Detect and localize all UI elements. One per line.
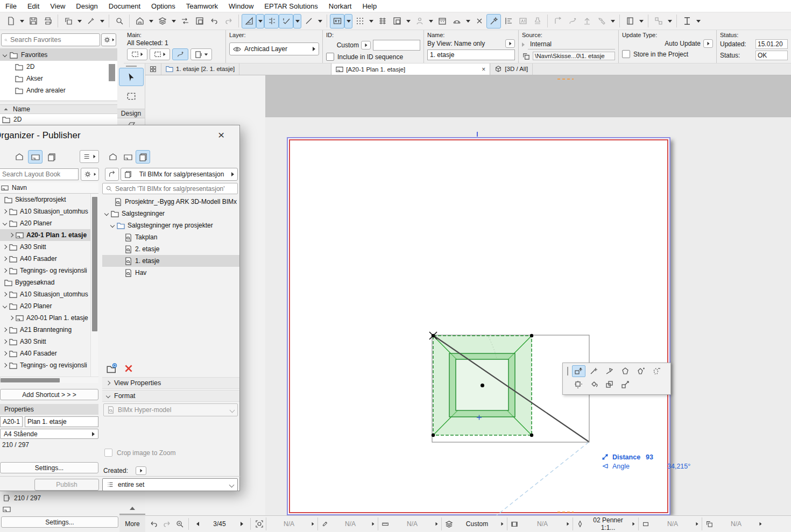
update-mode-caret[interactable]: [703, 39, 713, 48]
publish-set-combo[interactable]: Til BIMx for salg/presentasjon: [121, 168, 238, 181]
favorites-item-akser[interactable]: Akser: [0, 73, 117, 84]
id-custom-caret[interactable]: [361, 41, 371, 49]
quick-option-scale[interactable]: N/A: [266, 517, 317, 530]
find-select-icon[interactable]: [112, 14, 126, 29]
menu-view[interactable]: View: [45, 0, 70, 12]
quick-option-model-view[interactable]: N/A: [507, 517, 573, 530]
element-transfer-icon[interactable]: [178, 14, 192, 29]
split-icon[interactable]: [594, 14, 609, 29]
line-tool-caret[interactable]: [316, 14, 324, 29]
layout-id-input[interactable]: [0, 416, 23, 427]
organizer-menu-button[interactable]: [80, 150, 99, 163]
redo-icon[interactable]: [221, 14, 236, 29]
layout-book-search[interactable]: [0, 168, 79, 180]
rotate-icon[interactable]: [588, 379, 601, 391]
selection-mode-button[interactable]: [127, 48, 147, 60]
reshape-polygon-icon[interactable]: [619, 365, 632, 377]
publish-set-search[interactable]: [102, 183, 238, 194]
grid-snap-icon[interactable]: [352, 14, 367, 29]
elevate-icon[interactable]: [580, 14, 594, 29]
publish-item[interactable]: Hav: [102, 267, 239, 279]
pick-up-parameters-caret[interactable]: [98, 14, 106, 29]
fillet-chamfer-icon[interactable]: [550, 14, 565, 29]
tree-item[interactable]: A20-01 Plan 1. etasje: [0, 312, 90, 324]
publish-item[interactable]: Prosjektnr_-Bygg ARK 3D-Modell BIMx: [102, 196, 239, 208]
quick-option-dimension-style[interactable]: N/A: [638, 517, 702, 530]
tree-item[interactable]: A30 Snitt: [0, 336, 90, 347]
format-combo[interactable]: BIMx Hyper-model: [103, 403, 238, 416]
tree-item[interactable]: A40 Fasader: [0, 253, 90, 265]
add-shortcut-button[interactable]: Add Shortcut > > >: [0, 389, 98, 400]
publish-folder[interactable]: Salgstegninger: [102, 208, 239, 219]
forward-navigation-icon[interactable]: [160, 517, 173, 530]
align-elements-icon[interactable]: [501, 14, 515, 29]
paper-size-combo[interactable]: A4 Stående: [0, 429, 98, 439]
delete-icon[interactable]: [124, 364, 133, 375]
undo-icon[interactable]: [207, 14, 221, 29]
right-project-map-icon[interactable]: [105, 150, 120, 164]
snap-guides-icon[interactable]: [264, 14, 279, 29]
resize-icon[interactable]: [619, 379, 632, 391]
name-input[interactable]: [427, 49, 515, 60]
publish-item[interactable]: 2. etasje: [102, 243, 239, 255]
favorites-settings-button[interactable]: [101, 33, 116, 46]
grid-snap-caret[interactable]: [367, 14, 375, 29]
fit-in-window-icon[interactable]: [253, 517, 266, 530]
save-icon[interactable]: [26, 14, 40, 29]
layer-combo[interactable]: Archicad Layer: [229, 42, 319, 55]
tree-item[interactable]: Byggesøknad: [0, 276, 90, 288]
menu-norkart[interactable]: Norkart: [323, 0, 357, 12]
curve-edit-icon[interactable]: [565, 14, 580, 29]
publish-item-selected[interactable]: 1. etasje: [102, 255, 239, 267]
marquee-mode-button[interactable]: [150, 48, 170, 60]
quick-option-graphic-override[interactable]: N/A: [317, 517, 378, 530]
arrow-tool[interactable]: [119, 68, 144, 86]
complex-profiles-caret[interactable]: [694, 14, 702, 29]
profile-manager-caret[interactable]: [427, 14, 435, 29]
quick-option-renovation[interactable]: N/A: [378, 517, 441, 530]
quick-option-partial-structure[interactable]: N/A: [702, 517, 765, 530]
distort-icon[interactable]: [603, 365, 617, 377]
toolbox-design-section[interactable]: Design: [117, 109, 145, 118]
layout-book-search-input[interactable]: [2, 171, 76, 178]
id-input[interactable]: [373, 40, 420, 51]
text-style-icon[interactable]: [515, 14, 530, 29]
quad-view-button[interactable]: [145, 63, 161, 75]
group-elements-caret[interactable]: [666, 14, 674, 29]
marquee-settings-icon[interactable]: [192, 14, 207, 29]
guide-lines-caret[interactable]: [256, 14, 264, 29]
menu-eptar[interactable]: EPTAR Solutions: [259, 0, 323, 12]
new-document-caret[interactable]: [18, 14, 26, 29]
menu-document[interactable]: Document: [103, 0, 146, 12]
subtract-from-polygon-icon[interactable]: [650, 365, 663, 377]
new-document-icon[interactable]: [3, 14, 18, 29]
left-tree-scrollbar[interactable]: [90, 194, 98, 377]
toolbox-scroll-up[interactable]: [119, 503, 145, 515]
favorites-name-header[interactable]: Name: [0, 104, 117, 114]
crop-option[interactable]: Crop image to Zoom: [104, 449, 175, 457]
format-section[interactable]: Format: [102, 390, 239, 402]
scrollbar-thumb[interactable]: [1, 378, 60, 382]
left-tree-hscrollbar[interactable]: [0, 377, 98, 383]
publish-item[interactable]: Takplan: [102, 231, 239, 243]
quick-option-layer-combination[interactable]: Custom: [441, 517, 507, 530]
tree-item-selected[interactable]: A20-1 Plan 1. etasje: [0, 229, 90, 241]
quick-layers-caret[interactable]: [170, 14, 178, 29]
include-id-checkbox[interactable]: [326, 53, 334, 61]
doors-windows-caret[interactable]: [637, 14, 645, 29]
menu-file[interactable]: File: [0, 0, 22, 12]
add-to-polygon-icon[interactable]: [634, 365, 648, 377]
tree-item[interactable]: A21 Branntegning: [0, 324, 90, 336]
tree-item[interactable]: Tegnings- og revisjonsli: [0, 359, 90, 371]
favorites-icon[interactable]: [132, 14, 147, 29]
crop-checkbox[interactable]: [104, 449, 112, 457]
multiply-icon[interactable]: [603, 379, 617, 391]
stretch-icon[interactable]: [472, 14, 486, 29]
pick-up-parameters-icon[interactable]: [83, 14, 98, 29]
view-properties-section[interactable]: View Properties: [102, 377, 239, 389]
publish-button[interactable]: Publish: [34, 479, 99, 491]
print-icon[interactable]: [40, 14, 55, 29]
favorites-scrollbar-thumb[interactable]: [109, 64, 115, 81]
snap-points-icon[interactable]: [279, 14, 293, 29]
menu-edit[interactable]: Edit: [22, 0, 45, 12]
